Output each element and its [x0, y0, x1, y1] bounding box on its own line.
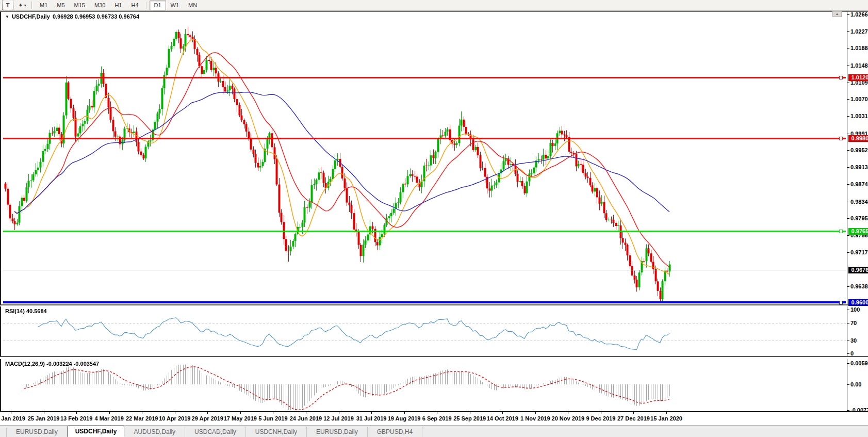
date-tick-mark [470, 412, 470, 414]
toolbar-separator [146, 2, 147, 9]
date-label: 24 Jun 2019 [290, 415, 322, 422]
price-tick-mark [847, 83, 849, 83]
support-line-green[interactable] [3, 231, 846, 232]
support-line-blue[interactable] [3, 301, 846, 303]
date-tick-mark [601, 412, 601, 414]
date-label: 6 Sep 2019 [422, 415, 452, 422]
timeframe-button-h4[interactable]: H4 [126, 1, 143, 10]
rsi-tick-label: 70 [850, 320, 857, 327]
rsi-tick-mark [847, 353, 849, 354]
tab-usdchf-daily[interactable]: USDCHF,Daily [68, 426, 125, 437]
timeframe-button-m1[interactable]: M1 [35, 1, 52, 10]
date-label: 5 Jun 2019 [258, 415, 287, 422]
price-tick-mark [847, 99, 849, 100]
timeframe-button-m5[interactable]: M5 [52, 1, 69, 10]
price-badge-0.99800: 0.99800 [848, 135, 868, 142]
macd-label: MACD(12,26,9) -0.003224 -0.003547 [5, 361, 99, 367]
date-tick-mark [175, 412, 175, 414]
line-end-marker [839, 301, 843, 304]
date-axis[interactable]: 7 Jan 201925 Jan 201913 Feb 20194 Mar 20… [0, 412, 868, 425]
date-tick-mark [502, 412, 503, 414]
price-badge-0.97658: 0.97658 [848, 228, 868, 235]
scroll-up-icon[interactable]: ▲ [832, 11, 842, 17]
price-tick-label: 0.98340 [850, 199, 868, 205]
timeframe-button-m30[interactable]: M30 [90, 1, 110, 10]
text-tool-button[interactable]: T [2, 1, 13, 10]
date-tick-mark [273, 412, 273, 414]
chart-symbol-label: USDCHF,Daily [12, 13, 50, 20]
rsi-tick-label: 0 [850, 350, 854, 357]
date-label: 25 Sep 2019 [453, 415, 486, 422]
rsi-tick-mark [847, 323, 849, 323]
tab-usdcad-daily[interactable]: USDCAD,Daily [185, 427, 246, 437]
timeframe-button-mn[interactable]: MN [184, 1, 202, 10]
toolbar-separator [31, 2, 32, 9]
price-tick-label: 1.01480 [850, 62, 868, 69]
price-tick-mark [847, 184, 849, 185]
price-tick-mark [847, 150, 849, 151]
rsi-panel: RSI(14) 40.5684 10070300 [0, 306, 868, 357]
price-tick-label: 0.97170 [850, 249, 868, 256]
timeframe-button-w1[interactable]: W1 [166, 1, 184, 10]
price-tick-mark [847, 218, 849, 219]
macd-tick-mark [847, 410, 849, 411]
chart-ohlc-values: 0.96928 0.96953 0.96733 0.96764 [53, 13, 139, 20]
timeframe-button-d1[interactable]: D1 [150, 1, 166, 10]
price-axis-line [847, 12, 847, 304]
date-label: 10 Apr 2019 [159, 415, 190, 422]
line-end-marker [839, 76, 843, 79]
date-tick-mark [76, 412, 77, 414]
price-tick-label: 0.97950 [850, 215, 868, 222]
date-label: 25 Jan 2019 [28, 415, 60, 422]
current-price-line[interactable] [3, 270, 846, 270]
tab-gbpusd-h4[interactable]: GBPUSD,H4 [368, 427, 422, 437]
price-tick-label: 1.00310 [850, 113, 868, 120]
date-label: 29 Apr 2019 [192, 415, 223, 422]
drawing-styles-button[interactable]: ✦ ▾ [15, 1, 29, 9]
macd-canvas[interactable] [1, 359, 847, 411]
price-tick-mark [847, 31, 849, 32]
date-label: 22 Mar 2019 [126, 415, 158, 422]
date-tick-mark [44, 412, 44, 414]
date-tick-mark [109, 412, 110, 414]
price-tick-mark [847, 167, 849, 168]
price-tick-label: 0.99130 [850, 164, 868, 171]
timeframe-button-m15[interactable]: M15 [70, 1, 90, 10]
tab-eurusd-daily[interactable]: EURUSD,Daily [7, 427, 68, 437]
macd-tick-label: 0.005986 [850, 360, 868, 367]
date-tick-mark [339, 412, 339, 414]
tab-eurusd-daily[interactable]: EURUSD,Daily [307, 427, 368, 437]
tab-audusd-daily[interactable]: AUDUSD,Daily [124, 427, 185, 437]
date-label: 27 Dec 2019 [617, 415, 650, 422]
resistance-line-upper[interactable] [3, 77, 846, 78]
resistance-line-lower[interactable] [3, 138, 846, 139]
price-tick-label: 1.02660 [850, 11, 868, 18]
price-tick-mark [847, 134, 849, 134]
price-tick-mark [847, 252, 849, 253]
timeframe-button-h1[interactable]: H1 [110, 1, 126, 10]
date-label: 7 Jan 2019 [0, 415, 25, 422]
date-tick-mark [11, 412, 11, 414]
timeframe-group: M1M5M15M30H1H4D1W1MN [35, 1, 202, 10]
rsi-tick-mark [847, 310, 849, 310]
date-label: 4 Mar 2019 [95, 415, 124, 422]
price-tick-mark [847, 286, 849, 287]
date-tick-mark [666, 412, 667, 414]
price-tick-label: 0.96380 [850, 283, 868, 290]
date-tick-mark [633, 412, 634, 414]
date-label: 17 May 2019 [224, 415, 257, 422]
tab-usdcnh-daily[interactable]: USDCNH,Daily [246, 427, 307, 437]
price-tick-mark [847, 116, 849, 117]
macd-tick-label: 0.00 [850, 381, 861, 388]
collapse-icon[interactable]: ▼ [5, 14, 9, 19]
date-label: 31 Jul 2019 [356, 415, 387, 422]
macd-tick-mark [847, 384, 849, 385]
macd-panel: MACD(12,26,9) -0.003224 -0.003547 0.0059… [0, 359, 868, 412]
date-label: 19 Aug 2019 [388, 415, 421, 422]
date-tick-mark [535, 412, 536, 414]
rsi-label: RSI(14) 40.5684 [5, 308, 47, 314]
price-chart-canvas[interactable] [1, 12, 847, 305]
date-label: 13 Feb 2019 [60, 415, 92, 422]
rsi-canvas[interactable] [1, 306, 847, 356]
tab-strip-edge [0, 428, 7, 437]
